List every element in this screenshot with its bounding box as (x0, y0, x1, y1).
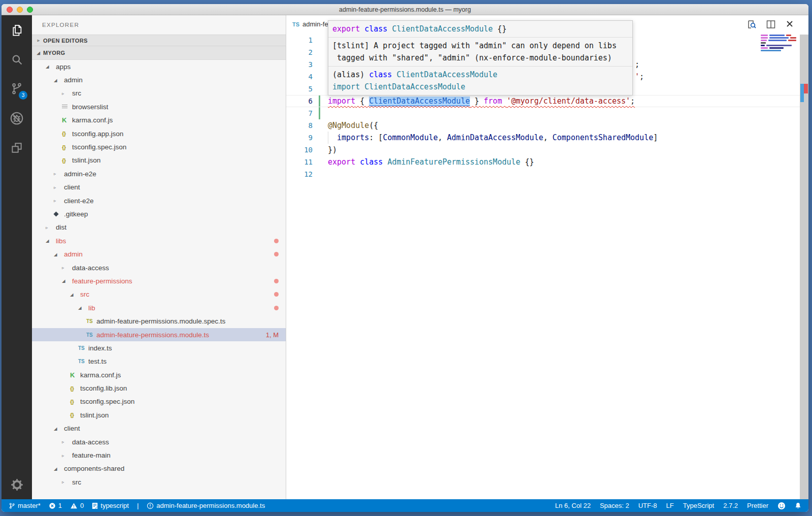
tree-item[interactable]: Kkarma.conf.js (32, 368, 286, 381)
debug-disabled-icon (9, 111, 24, 126)
bell-icon (795, 502, 801, 509)
overview-ruler[interactable] (800, 35, 808, 499)
extensions-button[interactable] (2, 133, 32, 163)
tree-item-label: karma.conf.js (72, 116, 113, 124)
code-line[interactable]: 7 (286, 107, 808, 119)
tree-item[interactable]: ▹src (32, 475, 286, 489)
tree-item[interactable]: {}tsconfig.lib.json (32, 381, 286, 395)
tree-item[interactable]: Kkarma.conf.js (32, 114, 286, 127)
status-item-label: TypeScript (683, 502, 714, 509)
tree-item[interactable]: TStest.ts (32, 355, 286, 368)
code-line[interactable]: 10}) (286, 144, 808, 156)
json-icon: {} (62, 131, 70, 137)
close-icon[interactable] (785, 19, 794, 28)
tree-item[interactable]: ◢admin (32, 247, 286, 261)
tree-item[interactable]: browserslist (32, 100, 286, 113)
tree-item[interactable]: TSadmin-feature-permissions.module.spec.… (32, 314, 286, 328)
code-line[interactable]: 9 imports: [CommonModule, AdminDataAcces… (286, 132, 808, 144)
tree-item-label: admin-feature-permissions.module.spec.ts (96, 317, 225, 325)
json-icon: {} (70, 412, 78, 418)
tree-item[interactable]: .gitkeep (32, 207, 286, 220)
status-item[interactable]: UTF-8 (638, 502, 657, 509)
tree-item[interactable]: ◢client (32, 422, 286, 435)
open-preview-icon[interactable] (747, 19, 757, 29)
source-control-button[interactable]: 3 (2, 74, 32, 104)
tree-item-label: admin-e2e (64, 170, 96, 178)
ts-blue-icon: TS (86, 332, 94, 338)
status-item[interactable]: Prettier (747, 502, 768, 509)
tree-item[interactable]: TSadmin-feature-permissions.module.ts1, … (32, 328, 286, 341)
explorer-sidebar: EXPLORER ▹ OPEN EDITORS ◢ MYORG ◢apps◢ad… (32, 15, 286, 499)
tree-item[interactable]: ▹feature-main (32, 448, 286, 462)
explorer-icon[interactable] (2, 15, 32, 45)
tree-item[interactable]: ▹admin-e2e (32, 167, 286, 180)
error-icon (49, 502, 56, 509)
code-area[interactable]: 123;4';56import { ClientDataAccessModule… (286, 33, 808, 499)
section-workspace[interactable]: ◢ MYORG (32, 46, 286, 60)
status-item[interactable]: 2.7.2 (723, 502, 738, 509)
tree-item[interactable]: ▹dist (32, 221, 286, 234)
tree-item-label: .gitkeep (64, 210, 88, 218)
tree-item[interactable]: {}tsconfig.spec.json (32, 395, 286, 408)
ruler-selection-mark (800, 84, 804, 102)
tree-item[interactable]: ◢libs (32, 234, 286, 247)
status-item-label: 0 (80, 502, 84, 509)
split-editor-icon[interactable] (766, 19, 776, 29)
status-item[interactable]: | (137, 502, 139, 509)
section-open-editors[interactable]: ▹ OPEN EDITORS (32, 35, 286, 46)
tree-item-label: admin (64, 76, 83, 84)
status-item-error[interactable]: 1 (49, 502, 62, 509)
debug-disabled-button[interactable] (2, 104, 32, 133)
tree-item[interactable]: {}tsconfig.spec.json (32, 140, 286, 153)
tree-item[interactable]: ▹data-access (32, 435, 286, 448)
code-line[interactable]: 8@NgModule({ (286, 119, 808, 132)
tree-item-label: client (64, 183, 80, 191)
line-number: 4 (286, 71, 313, 83)
tree-item[interactable]: {}tslint.json (32, 154, 286, 167)
modified-dot-icon (274, 292, 279, 297)
search-icon-button[interactable] (2, 45, 32, 74)
status-item-label: Ln 6, Col 22 (555, 502, 591, 509)
tree-item[interactable]: ◢feature-permissions (32, 274, 286, 287)
status-item-branch[interactable]: master* (9, 502, 41, 509)
tree-item[interactable]: ▹client-e2e (32, 194, 286, 207)
typescript-file-icon: TS (292, 21, 299, 27)
status-item[interactable]: LF (666, 502, 674, 509)
tree-item-label: test.ts (88, 358, 107, 365)
status-item[interactable]: Spaces: 2 (600, 502, 629, 509)
tree-item[interactable]: ◢components-shared (32, 462, 286, 475)
code-line[interactable]: 6import { ClientDataAccessModule } from … (286, 95, 808, 107)
smiley-icon (777, 502, 786, 510)
tree-item-label: client-e2e (64, 197, 94, 205)
tree-item-label: karma.conf.js (80, 371, 121, 379)
line-number: 5 (286, 83, 313, 95)
status-item[interactable]: Ln 6, Col 22 (555, 502, 591, 509)
status-item-bell[interactable] (795, 502, 801, 509)
minimap[interactable] (761, 35, 796, 52)
tree-item[interactable]: TSindex.ts (32, 341, 286, 354)
status-item-smiley[interactable] (777, 502, 786, 510)
tree-item[interactable]: ▹data-access (32, 261, 286, 274)
hover-row: [tslint] A project tagged with "admin" c… (328, 37, 632, 66)
status-item-warning[interactable]: 0 (70, 502, 84, 509)
chevron-right-icon: ▹ (62, 91, 70, 96)
tree-item[interactable]: {}tsconfig.app.json (32, 127, 286, 140)
tree-item[interactable]: ▹src (32, 87, 286, 100)
tree-item[interactable]: {}tslint.json (32, 408, 286, 422)
settings-button[interactable] (2, 470, 32, 499)
chevron-expanded-icon: ◢ (46, 238, 54, 243)
code-line[interactable]: 11export class AdminFeaturePermissionsMo… (286, 156, 808, 168)
status-item-note[interactable]: typescript (92, 502, 129, 509)
status-item[interactable]: TypeScript (683, 502, 714, 509)
status-item-info[interactable]: admin-feature-permissions.module.ts (147, 502, 265, 509)
tree-item[interactable]: ▹client (32, 181, 286, 194)
tree-item[interactable]: ◢lib (32, 301, 286, 314)
chevron-expanded-icon: ◢ (35, 51, 42, 55)
chevron-expanded-icon: ◢ (54, 252, 62, 257)
ts-olive-icon: TS (86, 318, 94, 324)
tree-item[interactable]: ◢src (32, 288, 286, 301)
tree-item[interactable]: ◢apps (32, 60, 286, 73)
code-line[interactable]: 12 (286, 168, 808, 180)
tree-item-label: tsconfig.lib.json (80, 384, 127, 392)
tree-item[interactable]: ◢admin (32, 73, 286, 86)
